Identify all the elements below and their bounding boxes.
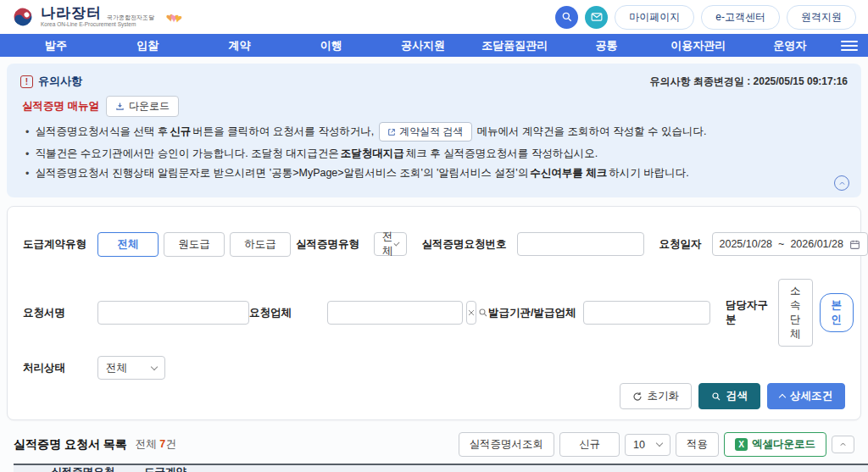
manual-download-button[interactable]: 다운로드 [106,96,179,117]
col-request-date: 요청일자▾ [748,464,821,472]
reset-button[interactable]: 초기화 [620,383,693,409]
logo-subtitle-kr: 국가종합전자조달 [107,14,154,20]
search-icon [561,11,573,23]
contract-type-all-button[interactable]: 전체 [97,232,159,257]
new-button[interactable]: 신규 [559,432,620,457]
detail-condition-button[interactable]: 상세조건 [767,383,845,409]
logo-title: 나라장터 [41,6,102,20]
col-request-name: 요청서명 [203,464,405,472]
notice-bullet-2: •직불건은 수요기관에서만 승인이 가능합니다. 조달청 대지급건은 조달청대지… [25,147,848,161]
issuer-input[interactable] [583,301,710,325]
search-icon [711,391,721,402]
cert-type-label: 실적증명유형 [296,237,374,252]
manager-group-button[interactable]: 소속단체 [778,279,813,347]
e-helpdesk-button[interactable]: e-고객센터 [701,5,780,30]
narajangteo-logo[interactable]: 나라장터 국가종합전자조달 Korea ON-Line E-Procuremen… [12,6,154,28]
list-title: 실적증명 요청서 목록 [14,437,127,453]
search-button[interactable]: 검색 [698,383,760,409]
excel-download-button[interactable]: X 엑셀다운로드 [724,432,826,457]
mail-icon [591,11,603,23]
request-name-label: 요청서명 [23,306,97,320]
company-clear-button[interactable] [466,301,476,325]
col-issuer: 발급기관/발급업체▾ [629,464,748,472]
request-company-label: 요청업체 [249,306,327,320]
cert-type-select[interactable]: 전체 [374,232,407,256]
chevron-up-icon [839,441,847,448]
mypage-button[interactable]: 마이페이지 [615,5,694,30]
nav-item-gongsa[interactable]: 공사지원 [377,38,469,53]
taegeuk-logo-icon [12,6,34,28]
header-search-button[interactable] [555,6,578,29]
nav-item-gongtong[interactable]: 공통 [560,38,652,53]
notice-last-modified: 유의사항 최종변경일 : 2025/05/15 09:17:16 [650,75,848,89]
manager-type-label: 담당자구분 [726,298,778,327]
nav-item-gyeyak[interactable]: 계약 [193,38,285,53]
manual-label: 실적증명 매뉴얼 [22,99,99,114]
top-header: 나라장터 국가종합전자조달 Korea ON-Line E-Procuremen… [0,0,868,34]
col-request-company: 요청업체▾ [517,464,629,472]
request-company-field [327,301,463,325]
nav-item-jodal-quality[interactable]: 조달품질관리 [469,38,560,53]
contract-type-label: 도급계약유형 [23,237,97,252]
apply-button[interactable]: 적용 [676,432,719,457]
request-no-label: 실적증명요청번호 [422,237,517,252]
col-request-no: 실적증명요청번호▾ [47,464,139,472]
request-table-wrap: No 실적증명요청번호▾ 도급계약구분▾ 요청서명 증명서종류▾ 요청업체▾ 발… [14,464,854,472]
notice-bullet-3: •실적증명요청서 진행상태 알림문자로 받으시려면 '공통>MyPage>알림서… [25,166,848,180]
excel-icon: X [735,438,748,451]
chevron-up-icon [838,180,846,187]
process-status-select[interactable]: 전체 [97,356,165,380]
refresh-icon [632,391,643,402]
notice-collapse-button[interactable] [834,175,849,191]
external-link-icon [387,128,396,136]
notice-title: 유의사항 [38,74,82,89]
request-company-input[interactable] [328,307,478,319]
caution-icon: ! [20,75,33,88]
contract-record-search-button[interactable]: 계약실적 검색 [379,122,471,142]
page-size-select[interactable]: 10 [625,434,670,456]
contract-type-prime-button[interactable]: 원도급 [164,232,225,257]
request-name-input[interactable] [97,301,249,325]
remote-support-button[interactable]: 원격지원 [787,5,856,30]
nav-item-operator[interactable]: 운영자 [744,38,836,53]
nav-item-user-mgmt[interactable]: 이용자관리 [653,38,744,53]
request-date-range[interactable]: 2025/10/28 ~ 2026/01/28 [712,232,868,256]
request-date-label: 요청일자 [659,237,712,252]
header-mail-button[interactable] [585,6,608,29]
list-collapse-button[interactable] [832,436,854,453]
chevron-down-icon [151,363,158,369]
manager-self-button[interactable]: 본인 [820,293,854,332]
notice-bullet-1: •실적증명요청서식을 선택 후 신규버튼을 클릭하여 요청서를 작성하거나, 계… [25,122,848,142]
view-certificate-button[interactable]: 실적증명서조회 [459,432,555,457]
calendar-icon[interactable] [849,239,860,250]
search-filter-panel: 도급계약유형 전체 원도급 하도급 실적증명유형 전체 실적증명요청번호 요청일… [7,206,861,420]
request-no-input[interactable] [517,232,644,256]
notice-panel: ! 유의사항 유의사항 최종변경일 : 2025/05/15 09:17:16 … [7,64,861,197]
total-count: 전체 7건 [136,437,176,452]
nav-item-ihaeng[interactable]: 이행 [286,38,377,53]
chevron-down-icon [656,440,663,447]
nav-item-balju[interactable]: 발주 [10,38,102,53]
flower-decoration: ♥♥♥ [166,10,179,25]
col-contract-type: 도급계약구분▾ [139,464,203,472]
col-status: 상태▾ [821,464,868,472]
contract-type-sub-button[interactable]: 하도급 [230,232,291,257]
issuer-label: 발급기관/발급업체 [488,306,583,320]
date-from: 2025/10/28 [720,238,773,250]
logo-subtitle-en: Korea ON-Line E-Procurement System [41,22,154,28]
request-table: No 실적증명요청번호▾ 도급계약구분▾ 요청서명 증명서종류▾ 요청업체▾ 발… [14,464,868,472]
nav-item-ipchal[interactable]: 입찰 [102,38,193,53]
hamburger-menu-icon[interactable] [841,38,858,53]
date-to: 2026/01/28 [790,238,843,250]
col-no: No [14,464,47,472]
col-cert-kind: 증명서종류▾ [405,464,517,472]
main-nav: 발주 입찰 계약 이행 공사지원 조달품질관리 공통 이용자관리 운영자 [0,34,868,57]
process-status-label: 처리상태 [23,361,97,375]
download-icon [115,102,125,111]
chevron-up-icon [779,394,786,401]
